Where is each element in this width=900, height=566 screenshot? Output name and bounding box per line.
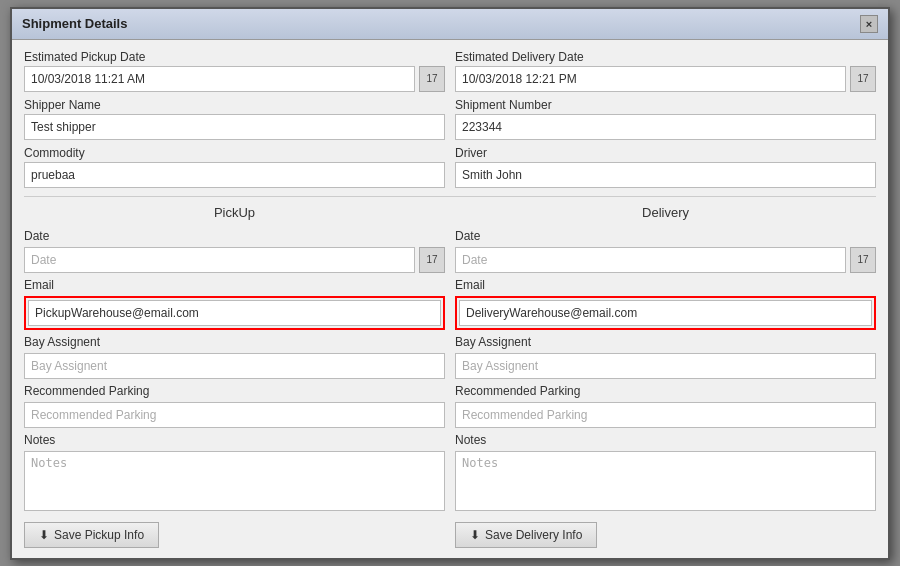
delivery-notes-row: Notes [455, 433, 876, 511]
shipment-number-label: Shipment Number [455, 98, 876, 112]
pickup-cal-button[interactable]: 17 [419, 247, 445, 273]
delivery-bay-row: Bay Assignent [455, 335, 876, 379]
pickup-email-highlight [24, 296, 445, 330]
dialog-title: Shipment Details [22, 16, 127, 31]
delivery-date-col: Estimated Delivery Date 17 [455, 50, 876, 92]
save-delivery-button[interactable]: ⬇ Save Delivery Info [455, 522, 597, 548]
shipper-shipment-row: Shipper Name Shipment Number [24, 98, 876, 140]
pickup-date-field-label: Date [24, 229, 445, 243]
delivery-panel-title: Delivery [455, 205, 876, 220]
shipment-number-input[interactable] [455, 114, 876, 140]
delivery-date-field-wrapper: 17 [455, 247, 876, 273]
pickup-email-label: Email [24, 278, 445, 292]
save-pickup-label: Save Pickup Info [54, 528, 144, 542]
shipment-details-dialog: Shipment Details × Estimated Pickup Date… [10, 7, 890, 560]
delivery-email-label: Email [455, 278, 876, 292]
delivery-parking-row: Recommended Parking [455, 384, 876, 428]
delivery-email-highlight [455, 296, 876, 330]
delivery-date-label: Estimated Delivery Date [455, 50, 876, 64]
save-delivery-icon: ⬇ [470, 528, 480, 542]
pickup-notes-input[interactable] [24, 451, 445, 511]
delivery-panel: Delivery Date 17 Email Bay Assignent [455, 205, 876, 548]
delivery-date-wrapper: 17 [455, 66, 876, 92]
delivery-email-input[interactable] [459, 300, 872, 326]
delivery-date-field-input[interactable] [455, 247, 846, 273]
pickup-date-field-input[interactable] [24, 247, 415, 273]
save-pickup-button[interactable]: ⬇ Save Pickup Info [24, 522, 159, 548]
pickup-email-input[interactable] [28, 300, 441, 326]
shipper-name-input[interactable] [24, 114, 445, 140]
pickup-parking-label: Recommended Parking [24, 384, 445, 398]
pickup-date-calendar-button[interactable]: 17 [419, 66, 445, 92]
delivery-bay-input[interactable] [455, 353, 876, 379]
shipper-name-col: Shipper Name [24, 98, 445, 140]
delivery-parking-label: Recommended Parking [455, 384, 876, 398]
shipment-number-col: Shipment Number [455, 98, 876, 140]
delivery-notes-input[interactable] [455, 451, 876, 511]
pickup-date-row: Date 17 [24, 229, 445, 273]
pickup-parking-input[interactable] [24, 402, 445, 428]
driver-input[interactable] [455, 162, 876, 188]
dialog-body: Estimated Pickup Date 17 Estimated Deliv… [12, 40, 888, 558]
delivery-date-field-label: Date [455, 229, 876, 243]
pickup-notes-row: Notes [24, 433, 445, 511]
commodity-col: Commodity [24, 146, 445, 188]
delivery-date-row: Date 17 [455, 229, 876, 273]
pickup-date-label: Estimated Pickup Date [24, 50, 445, 64]
delivery-date-calendar-button[interactable]: 17 [850, 66, 876, 92]
delivery-parking-input[interactable] [455, 402, 876, 428]
commodity-label: Commodity [24, 146, 445, 160]
commodity-driver-row: Commodity Driver [24, 146, 876, 188]
delivery-cal-button[interactable]: 17 [850, 247, 876, 273]
dates-section: Estimated Pickup Date 17 Estimated Deliv… [24, 50, 876, 188]
pickup-panel-title: PickUp [24, 205, 445, 220]
dialog-header: Shipment Details × [12, 9, 888, 40]
pickup-date-input[interactable] [24, 66, 415, 92]
shipper-name-label: Shipper Name [24, 98, 445, 112]
driver-col: Driver [455, 146, 876, 188]
pickup-bay-row: Bay Assignent [24, 335, 445, 379]
pickup-date-wrapper: 17 [24, 66, 445, 92]
pickup-notes-label: Notes [24, 433, 445, 447]
section-divider [24, 196, 876, 197]
pickup-bay-label: Bay Assignent [24, 335, 445, 349]
pickup-date-col: Estimated Pickup Date 17 [24, 50, 445, 92]
save-pickup-icon: ⬇ [39, 528, 49, 542]
delivery-notes-label: Notes [455, 433, 876, 447]
commodity-input[interactable] [24, 162, 445, 188]
save-delivery-label: Save Delivery Info [485, 528, 582, 542]
delivery-email-row: Email [455, 278, 876, 330]
pickup-email-row: Email [24, 278, 445, 330]
delivery-bay-label: Bay Assignent [455, 335, 876, 349]
delivery-date-input[interactable] [455, 66, 846, 92]
dates-row: Estimated Pickup Date 17 Estimated Deliv… [24, 50, 876, 92]
pickup-panel: PickUp Date 17 Email Bay Assignent [24, 205, 445, 548]
close-button[interactable]: × [860, 15, 878, 33]
pickup-bay-input[interactable] [24, 353, 445, 379]
pickup-date-field-wrapper: 17 [24, 247, 445, 273]
pickup-parking-row: Recommended Parking [24, 384, 445, 428]
driver-label: Driver [455, 146, 876, 160]
pickup-delivery-panels: PickUp Date 17 Email Bay Assignent [24, 205, 876, 548]
